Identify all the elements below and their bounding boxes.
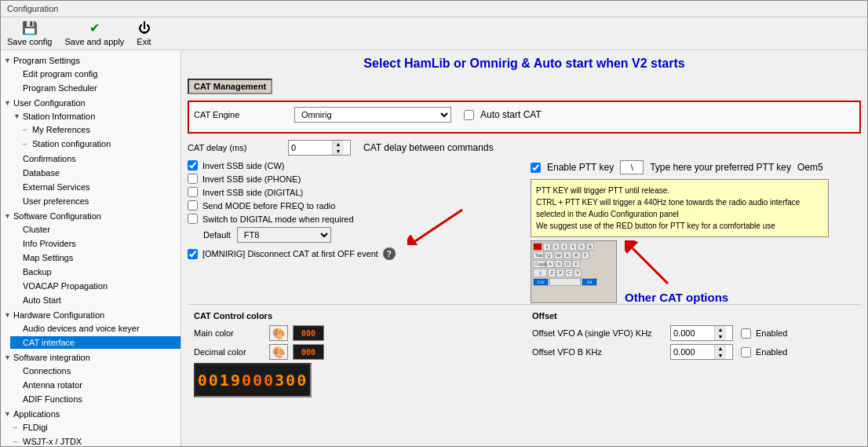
offset-vfo-a-up[interactable]: ▲	[715, 326, 726, 333]
invert-ssb-phone-checkbox[interactable]	[188, 174, 198, 184]
offset-vfo-a-input[interactable]	[671, 328, 714, 339]
sidebar-item-backup[interactable]: Backup	[10, 266, 181, 278]
sidebar-item-station-information[interactable]: ▼ Station Information	[10, 110, 181, 123]
omnirig-disconnect-checkbox[interactable]	[188, 249, 198, 259]
decimal-color-swatch: 000	[293, 344, 324, 360]
exit-label: Exit	[137, 37, 151, 46]
sidebar-item-user-configuration[interactable]: ▼ User Configuration	[1, 97, 181, 109]
sidebar-item-database[interactable]: Database	[10, 167, 181, 179]
main-panel: Select HamLib or Omnirig & Auto start wh…	[181, 50, 867, 446]
decimal-color-picker-btn[interactable]: 🎨	[269, 344, 288, 360]
save-apply-icon: ✔	[89, 20, 100, 35]
section-header: CAT Management	[188, 79, 272, 94]
sidebar-item-fldigi[interactable]: – FLDigi	[10, 421, 181, 434]
offset-vfo-a-spinbox[interactable]: ▲ ▼	[670, 325, 733, 341]
cat-delay-input[interactable]	[289, 142, 332, 153]
tree-item-edit-config: Edit program config	[10, 67, 181, 81]
default-dropdown[interactable]: FT8 FT4 JS8 WSPR	[237, 227, 331, 243]
help-icon[interactable]: ?	[383, 247, 396, 260]
offset-vfo-a-down[interactable]: ▼	[715, 333, 726, 340]
send-mode-checkbox[interactable]	[188, 200, 198, 211]
switch-digital-container: Switch to DIGITAL mode when required	[188, 214, 518, 224]
auto-start-cat-label: Auto start CAT	[480, 109, 542, 120]
save-apply-button[interactable]: ✔ Save and apply	[64, 20, 124, 46]
sidebar-item-antenna-rotator[interactable]: Antenna rotator	[10, 379, 181, 391]
cat-engine-dropdown[interactable]: Omnirig HamLib None	[294, 107, 451, 123]
switch-digital-checkbox[interactable]	[188, 214, 198, 224]
sidebar-item-applications[interactable]: ▼ Applications	[1, 408, 181, 420]
cat-engine-row: CAT Engine Omnirig HamLib None Auto star…	[194, 107, 855, 123]
decimal-color-picker-icon: 🎨	[272, 346, 286, 358]
display-value2: 300	[275, 371, 308, 390]
sidebar-item-station-configuration[interactable]: – Station configuration	[20, 137, 181, 150]
cat-delay-desc: CAT delay between commands	[363, 142, 494, 153]
sidebar-item-voacap[interactable]: VOACAP Propagation	[10, 280, 181, 292]
sidebar-item-program-settings[interactable]: ▼ Program Settings	[1, 54, 181, 67]
ptt-backslash-display: \	[620, 160, 644, 174]
cat-management-section: CAT Management CAT Engine Omnirig HamLib…	[188, 79, 861, 304]
toolbar: 💾 Save config ✔ Save and apply ⏻ Exit	[1, 17, 867, 50]
offset-vfo-b-row: Offset VFO B KHz ▲ ▼ Enabled	[532, 344, 855, 360]
kb-row-4: ⇧ ZXCV	[533, 269, 615, 277]
info-line-1: PTT KEY will trigger PTT until release.	[536, 185, 823, 196]
sidebar-item-map-settings[interactable]: Map Settings	[10, 251, 181, 264]
sidebar-item-hardware-configuration[interactable]: ▼ Hardware Configuration	[1, 309, 181, 321]
info-line-4: We suggest use of the RED button for PTT…	[536, 220, 823, 232]
offset-vfo-b-spinbox[interactable]: ▲ ▼	[670, 344, 733, 360]
offset-vfo-a-enabled-label: Enabled	[756, 328, 787, 338]
cat-delay-up[interactable]: ▲	[333, 141, 344, 148]
offset-vfo-b-input[interactable]	[671, 346, 714, 357]
sidebar-item-confirmations[interactable]: Confirmations	[10, 152, 181, 165]
invert-ssb-digital-checkbox[interactable]	[188, 187, 198, 197]
auto-start-cat-checkbox[interactable]	[464, 110, 474, 120]
invert-ssb-phone-row: Invert SSB side (PHONE)	[188, 174, 518, 184]
save-apply-label: Save and apply	[64, 37, 124, 46]
window-title: Configuration	[7, 4, 58, 13]
sidebar-item-external-services[interactable]: External Services	[10, 181, 181, 193]
sidebar-item-software-configuration[interactable]: ▼ Software Configuration	[1, 210, 181, 222]
offset-section-title: Offset	[532, 311, 855, 321]
offset-vfo-a-row: Offset VFO A (single VFO) KHz ▲ ▼ Enable…	[532, 325, 855, 341]
main-color-label: Main color	[194, 328, 264, 338]
exit-button[interactable]: ⏻ Exit	[137, 21, 151, 46]
sidebar-item-auto-start[interactable]: Auto Start	[10, 294, 181, 306]
sidebar-item-program-scheduler[interactable]: Program Scheduler	[10, 82, 181, 94]
sidebar-item-adif-functions[interactable]: ADIF Functions	[10, 393, 181, 405]
enable-ptt-checkbox[interactable]	[531, 163, 541, 173]
right-options: Enable PTT key \ Type here your preferre…	[531, 160, 861, 304]
sidebar-item-connections[interactable]: Connections	[10, 365, 181, 377]
offset-vfo-b-down[interactable]: ▼	[715, 352, 726, 359]
sidebar-item-cat-interface[interactable]: CAT interface	[10, 336, 181, 349]
main-color-picker-btn[interactable]: 🎨	[269, 325, 288, 341]
other-cat-options-label: Other CAT options	[625, 291, 728, 304]
offset-vfo-b-enabled-checkbox[interactable]	[741, 347, 751, 357]
title-bar: Configuration	[1, 1, 867, 17]
kb-row-2: Tab QWERT	[533, 251, 615, 259]
sidebar-item-cluster[interactable]: Cluster	[10, 223, 181, 236]
invert-ssb-cw-checkbox[interactable]	[188, 160, 198, 170]
cat-delay-spinbox[interactable]: ▲ ▼	[288, 140, 351, 156]
other-cat-container: Other CAT options	[625, 240, 728, 304]
colors-section: CAT Control colors Main color 🎨 000 Deci…	[194, 311, 516, 398]
color-picker-icon: 🎨	[272, 328, 286, 339]
main-color-swatch: 000	[293, 325, 324, 341]
sidebar-item-audio-devices[interactable]: Audio devices and voice keyer	[10, 322, 181, 335]
svg-line-1	[415, 210, 462, 241]
sidebar-item-software-integration[interactable]: ▼ Software integration	[1, 351, 181, 364]
sidebar-item-my-references[interactable]: – My References	[20, 123, 181, 136]
sidebar-item-wsjtx-jtdx[interactable]: – WSJT-x / JTDX	[10, 435, 181, 446]
offset-vfo-b-up[interactable]: ▲	[715, 345, 726, 352]
two-col-section: Invert SSB side (CW) Invert SSB side (PH…	[188, 160, 861, 304]
decimal-color-label: Decimal color	[194, 347, 264, 357]
sidebar-item-info-providers[interactable]: Info Providers	[10, 237, 181, 250]
sidebar-item-edit-program-config[interactable]: Edit program config	[10, 68, 181, 80]
red-arrow-svg	[407, 206, 470, 245]
offset-vfo-a-enabled-checkbox[interactable]	[741, 328, 751, 339]
info-line-3: selected in the Audio Configuration pane…	[536, 208, 823, 220]
enable-ptt-label: Enable PTT key	[547, 162, 614, 173]
other-cat-arrow	[625, 240, 672, 288]
sidebar-item-user-preferences[interactable]: User preferences	[10, 195, 181, 207]
program-settings-children: Edit program config Program Scheduler	[1, 67, 181, 95]
save-config-button[interactable]: 💾 Save config	[7, 20, 52, 46]
cat-delay-down[interactable]: ▼	[333, 148, 344, 155]
